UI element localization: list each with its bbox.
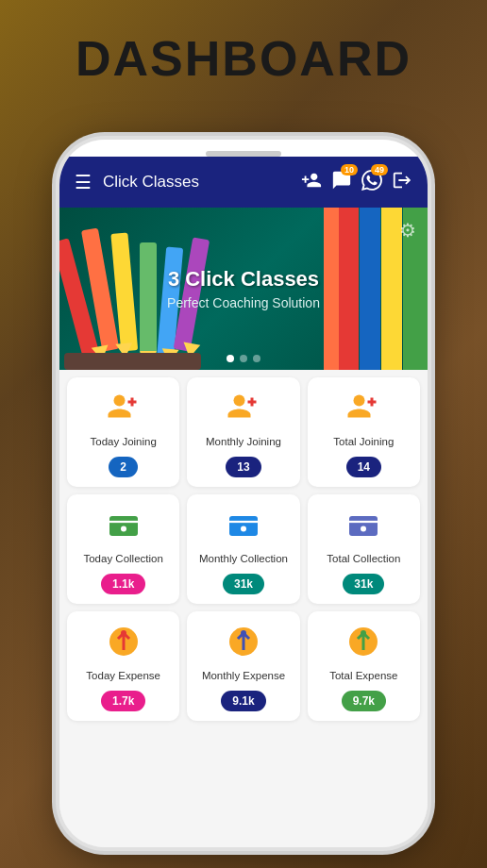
svg-rect-12 xyxy=(64,353,201,370)
today-expense-label: Today Expense xyxy=(86,669,160,683)
chat-button[interactable]: 10 xyxy=(331,170,352,195)
whatsapp-button[interactable]: 49 xyxy=(361,170,382,195)
logout-button[interactable] xyxy=(392,170,412,195)
banner-heading: 3 Click Classes xyxy=(167,267,320,292)
svg-point-19 xyxy=(233,395,244,407)
today-joining-icon xyxy=(107,391,141,431)
stat-card-total-collection[interactable]: Total Collection31k xyxy=(308,494,420,604)
total-expense-label: Total Expense xyxy=(329,669,397,683)
banner-subheading: Perfect Coaching Solution xyxy=(167,295,320,310)
header-right: 10 49 xyxy=(301,170,412,195)
svg-point-26 xyxy=(361,526,366,531)
svg-point-32 xyxy=(361,630,366,636)
today-collection-icon xyxy=(107,508,141,548)
monthly-joining-icon xyxy=(227,391,260,431)
phone-top xyxy=(59,140,428,157)
today-expense-icon xyxy=(107,625,141,665)
today-joining-label: Today Joining xyxy=(91,435,157,449)
add-user-button[interactable] xyxy=(301,170,322,195)
total-joining-label: Total Joining xyxy=(333,435,394,449)
total-collection-label: Total Collection xyxy=(327,552,400,566)
monthly-expense-icon xyxy=(227,625,260,665)
svg-point-30 xyxy=(241,630,246,636)
chat-badge: 10 xyxy=(341,164,358,175)
svg-point-18 xyxy=(113,395,125,407)
svg-point-20 xyxy=(354,395,365,407)
stat-card-total-joining[interactable]: Total Joining14 xyxy=(308,377,420,487)
total-expense-value: 9.7k xyxy=(342,691,386,711)
svg-rect-13 xyxy=(338,208,359,370)
stat-card-today-collection[interactable]: Today Collection1.1k xyxy=(67,494,179,604)
carousel-dot-3[interactable] xyxy=(253,355,260,362)
monthly-collection-label: Monthly Collection xyxy=(199,552,288,566)
monthly-collection-icon xyxy=(227,508,260,548)
stats-grid: Today Joining2Monthly Joining13Total Joi… xyxy=(59,370,428,728)
stat-card-total-expense[interactable]: Total Expense9.7k xyxy=(308,611,420,721)
svg-rect-14 xyxy=(360,208,380,370)
total-joining-value: 14 xyxy=(346,457,381,477)
svg-point-22 xyxy=(121,526,126,531)
carousel-dot-2[interactable] xyxy=(240,355,247,362)
total-expense-icon xyxy=(346,625,380,665)
banner: 3 Click Classes Perfect Coaching Solutio… xyxy=(59,208,428,370)
svg-point-24 xyxy=(241,526,246,531)
app-header: ☰ Click Classes 10 xyxy=(59,157,428,208)
settings-icon[interactable]: ⚙ xyxy=(399,219,416,242)
banner-text: 3 Click Classes Perfect Coaching Solutio… xyxy=(167,267,320,310)
header-left: ☰ Click Classes xyxy=(75,171,199,193)
carousel-dot-1[interactable] xyxy=(227,355,234,362)
svg-rect-6 xyxy=(140,242,157,356)
svg-point-28 xyxy=(121,630,126,636)
monthly-expense-value: 9.1k xyxy=(221,691,265,711)
stat-card-today-joining[interactable]: Today Joining2 xyxy=(67,377,179,487)
whatsapp-badge: 49 xyxy=(371,164,388,175)
stat-card-today-expense[interactable]: Today Expense1.7k xyxy=(67,611,179,721)
stat-card-monthly-collection[interactable]: Monthly Collection31k xyxy=(187,494,299,604)
total-joining-icon xyxy=(346,391,380,431)
total-collection-icon xyxy=(346,508,380,548)
app-title: Click Classes xyxy=(103,173,199,192)
carousel-dots xyxy=(227,355,260,362)
phone-frame: ☰ Click Classes 10 xyxy=(59,140,428,847)
svg-rect-17 xyxy=(324,208,339,370)
hamburger-icon[interactable]: ☰ xyxy=(75,171,92,193)
today-joining-value: 2 xyxy=(109,457,138,477)
monthly-joining-value: 13 xyxy=(226,457,260,477)
monthly-collection-value: 31k xyxy=(223,574,264,594)
today-collection-label: Today Collection xyxy=(83,552,162,566)
monthly-expense-label: Monthly Expense xyxy=(202,669,285,683)
stat-card-monthly-joining[interactable]: Monthly Joining13 xyxy=(187,377,299,487)
stat-card-monthly-expense[interactable]: Monthly Expense9.1k xyxy=(187,611,299,721)
today-expense-value: 1.7k xyxy=(101,691,145,711)
monthly-joining-label: Monthly Joining xyxy=(206,435,281,449)
today-collection-value: 1.1k xyxy=(101,574,145,594)
total-collection-value: 31k xyxy=(343,574,384,594)
phone-screen: ☰ Click Classes 10 xyxy=(59,157,428,847)
dashboard-title: DASHBOARD xyxy=(0,30,487,87)
